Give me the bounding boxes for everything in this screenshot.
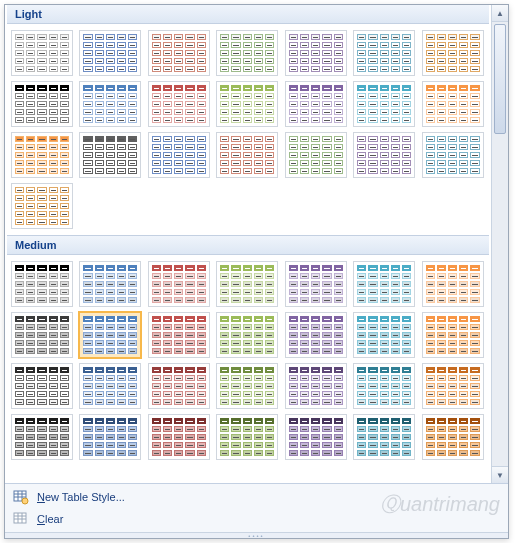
table-style-thumb[interactable] <box>216 414 278 460</box>
table-style-thumb[interactable] <box>285 261 347 307</box>
table-style-thumb[interactable] <box>148 30 210 76</box>
table-style-thumb[interactable] <box>353 30 415 76</box>
svg-point-5 <box>22 498 28 504</box>
table-style-thumb[interactable] <box>353 363 415 409</box>
table-style-thumb[interactable] <box>79 30 141 76</box>
table-style-thumb[interactable] <box>285 414 347 460</box>
table-style-thumb[interactable] <box>79 414 141 460</box>
clear-menu-item[interactable]: Clear <box>5 508 508 530</box>
table-style-thumb[interactable] <box>11 261 73 307</box>
table-style-thumb[interactable] <box>353 81 415 127</box>
style-grid <box>7 255 489 466</box>
table-style-thumb[interactable] <box>11 132 73 178</box>
table-style-thumb[interactable] <box>353 414 415 460</box>
table-style-thumb[interactable] <box>422 30 484 76</box>
table-style-thumb[interactable] <box>285 312 347 358</box>
table-style-thumb[interactable] <box>79 132 141 178</box>
table-style-thumb[interactable] <box>353 261 415 307</box>
table-style-thumb[interactable] <box>285 363 347 409</box>
gallery-scroll-area: LightMedium ▲ ▼ <box>5 5 508 483</box>
scrollbar-track[interactable] <box>492 22 508 466</box>
gallery-footer: New Table Style... Clear <box>5 483 508 532</box>
table-style-thumb[interactable] <box>216 30 278 76</box>
table-style-thumb[interactable] <box>353 312 415 358</box>
new-table-style-label: New Table Style... <box>37 491 125 503</box>
resize-grip[interactable]: •••• <box>5 532 508 538</box>
table-style-thumb[interactable] <box>148 312 210 358</box>
table-style-thumb[interactable] <box>216 363 278 409</box>
table-style-thumb[interactable] <box>148 363 210 409</box>
table-style-thumb[interactable] <box>216 312 278 358</box>
new-table-style-menu-item[interactable]: New Table Style... <box>5 486 508 508</box>
gallery-body: LightMedium <box>5 5 491 483</box>
scroll-up-button[interactable]: ▲ <box>492 5 508 22</box>
svg-rect-6 <box>14 513 26 523</box>
section-header: Medium <box>7 235 489 255</box>
clear-label: Clear <box>37 513 63 525</box>
table-style-thumb[interactable] <box>353 132 415 178</box>
table-style-thumb[interactable] <box>148 132 210 178</box>
table-style-thumb[interactable] <box>285 30 347 76</box>
section-header: Light <box>7 5 489 24</box>
table-style-thumb[interactable] <box>216 261 278 307</box>
table-style-thumb[interactable] <box>79 81 141 127</box>
table-style-thumb[interactable] <box>148 261 210 307</box>
table-style-thumb[interactable] <box>422 363 484 409</box>
table-style-thumb[interactable] <box>422 312 484 358</box>
table-style-thumb[interactable] <box>11 363 73 409</box>
table-style-thumb[interactable] <box>148 81 210 127</box>
table-style-thumb[interactable] <box>11 183 73 229</box>
scrollbar-thumb[interactable] <box>494 24 506 134</box>
scroll-down-button[interactable]: ▼ <box>492 466 508 483</box>
table-style-thumb[interactable] <box>422 81 484 127</box>
table-style-thumb[interactable] <box>11 414 73 460</box>
table-style-thumb[interactable] <box>422 261 484 307</box>
table-style-thumb[interactable] <box>11 81 73 127</box>
table-style-thumb[interactable] <box>11 30 73 76</box>
new-table-style-icon <box>13 489 29 505</box>
table-style-thumb[interactable] <box>216 132 278 178</box>
table-style-thumb[interactable] <box>148 414 210 460</box>
table-style-thumb[interactable] <box>216 81 278 127</box>
table-style-thumb[interactable] <box>285 81 347 127</box>
style-grid <box>7 24 489 235</box>
table-style-thumb[interactable] <box>285 132 347 178</box>
table-style-thumb[interactable] <box>79 363 141 409</box>
clear-icon <box>13 511 29 527</box>
table-style-thumb[interactable] <box>422 132 484 178</box>
table-style-thumb[interactable] <box>11 312 73 358</box>
table-style-thumb[interactable] <box>422 414 484 460</box>
table-style-gallery-panel: LightMedium ▲ ▼ New Table Style... <box>4 4 509 539</box>
table-style-thumb[interactable] <box>79 312 141 358</box>
vertical-scrollbar[interactable]: ▲ ▼ <box>491 5 508 483</box>
table-style-thumb[interactable] <box>79 261 141 307</box>
